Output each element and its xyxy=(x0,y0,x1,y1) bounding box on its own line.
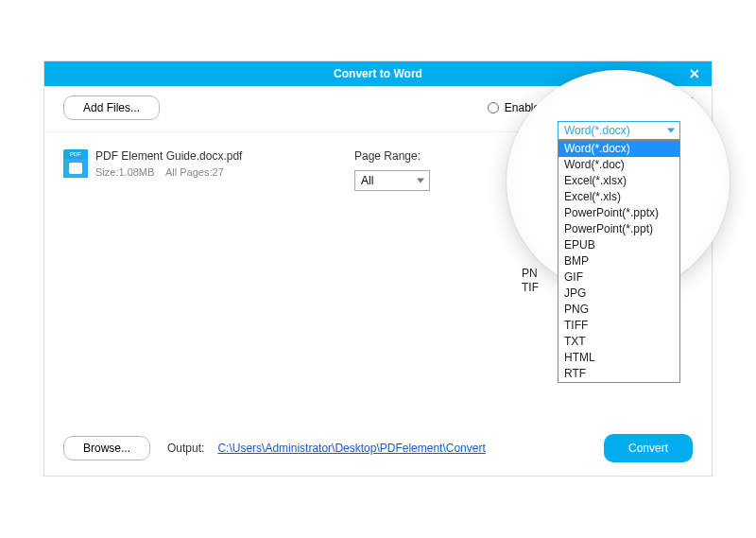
file-meta: PDF Element Guide.docx.pdf Size:1.08MB A… xyxy=(95,149,242,178)
convert-label: Convert xyxy=(628,442,668,455)
file-pages: All Pages:27 xyxy=(165,166,224,178)
file-name: PDF Element Guide.docx.pdf xyxy=(95,149,242,163)
add-files-label: Add Files... xyxy=(83,101,140,114)
radio-icon xyxy=(488,102,499,113)
format-option[interactable]: TIFF xyxy=(558,318,679,334)
format-select-zoom[interactable]: Word(*.docx) xyxy=(558,121,680,140)
dialog-title: Convert to Word xyxy=(334,67,422,80)
page-range-select[interactable]: All xyxy=(354,170,430,191)
output-label: Output: xyxy=(167,442,204,455)
format-option[interactable]: GIF xyxy=(558,269,679,286)
file-details: Size:1.08MB All Pages:27 xyxy=(95,166,242,178)
page-range-value: All xyxy=(361,174,373,187)
chevron-down-icon xyxy=(667,129,675,133)
chevron-down-icon xyxy=(417,179,424,183)
convert-button[interactable]: Convert xyxy=(604,434,693,462)
format-option[interactable]: PowerPoint(*.pptx) xyxy=(558,205,679,221)
pdf-file-icon: PDF xyxy=(63,149,88,178)
pdf-icon-body xyxy=(63,159,88,178)
close-icon[interactable]: ✕ xyxy=(685,66,704,81)
footer: Browse... Output: C:\Users\Administrator… xyxy=(63,434,693,462)
file-size: Size:1.08MB xyxy=(95,166,154,178)
format-option[interactable]: HTML xyxy=(558,350,679,366)
format-option[interactable]: EPUB xyxy=(558,237,679,253)
overflow-text: PN xyxy=(522,267,538,280)
format-dropdown[interactable]: Word(*.docx)Word(*.doc)Excel(*.xlsx)Exce… xyxy=(558,140,680,383)
format-option[interactable]: PowerPoint(*.ppt) xyxy=(558,221,679,237)
magnifier-lens: Word(*.docx) Word(*.docx)Word(*.doc)Exce… xyxy=(507,70,730,293)
format-select-zoom-value: Word(*.docx) xyxy=(564,124,630,137)
overflow-text: TIF xyxy=(522,281,539,294)
output-path-link[interactable]: C:\Users\Administrator\Desktop\PDFelemen… xyxy=(217,442,485,455)
format-option[interactable]: Word(*.docx) xyxy=(558,141,679,157)
file-item[interactable]: PDF PDF Element Guide.docx.pdf Size:1.08… xyxy=(63,149,347,191)
format-option[interactable]: JPG xyxy=(558,286,679,302)
page-range-label: Page Range: xyxy=(354,149,524,163)
pdf-icon-top: PDF xyxy=(63,149,88,159)
format-option[interactable]: RTF xyxy=(558,366,679,382)
format-option[interactable]: BMP xyxy=(558,253,679,269)
format-option[interactable]: Excel(*.xls) xyxy=(558,189,679,205)
format-option[interactable]: Excel(*.xlsx) xyxy=(558,173,679,189)
format-option[interactable]: TXT xyxy=(558,334,679,350)
add-files-button[interactable]: Add Files... xyxy=(63,95,160,120)
browse-button[interactable]: Browse... xyxy=(63,436,150,460)
format-option[interactable]: PNG xyxy=(558,302,679,318)
page-range-section: Page Range: All xyxy=(354,149,524,191)
browse-label: Browse... xyxy=(83,442,130,455)
format-option[interactable]: Word(*.doc) xyxy=(558,157,679,173)
